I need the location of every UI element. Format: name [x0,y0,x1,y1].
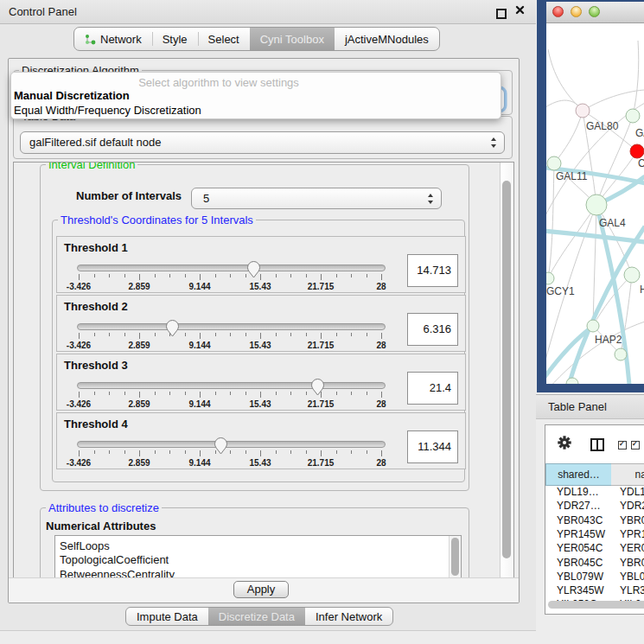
slider-tick-label: 9.144 [182,282,217,291]
slider-thumb[interactable] [214,437,228,455]
slider-track[interactable] [77,265,386,271]
close-icon[interactable] [515,4,525,17]
attribute-item-topologicalcoefficient[interactable]: TopologicalCoefficient [60,553,169,567]
table-cell-name[interactable]: YER0 [620,542,644,554]
network-node[interactable] [626,109,640,123]
popup-item-equal-width-frequency-discretization[interactable]: Equal Width/Frequency Discretization [14,104,201,117]
slider-track[interactable] [77,441,386,448]
slider-thumb[interactable] [310,378,325,396]
table-row[interactable]: YBL079WYBL0 [545,571,644,585]
table-cell-shared[interactable]: YLR345W [557,584,604,596]
table-cell-name[interactable]: YBR0 [620,557,644,569]
checkbox-icon[interactable] [631,441,640,450]
table-row[interactable]: YBR045CYBR0 [545,557,644,571]
table-row[interactable]: YDR27…YDR2 [545,500,644,514]
table-data-combo[interactable]: galFiltered.sif default node [20,131,505,154]
close-traffic-light[interactable] [552,6,564,17]
slider-tick [260,392,261,398]
attribute-item-selfloops[interactable]: SelfLoops [60,539,110,553]
slider-tick-label: 21.715 [303,341,338,350]
tab-style[interactable]: Style [152,28,198,50]
table-cell-name[interactable]: YBR0 [620,514,644,526]
network-node[interactable] [586,194,607,215]
table-header-name[interactable]: name [611,463,644,486]
slider-tick [79,274,80,280]
table-cell-name[interactable]: YBL0 [620,571,644,583]
network-node[interactable] [587,320,599,332]
network-node[interactable] [615,348,627,360]
table-cell-shared[interactable]: YDR27… [557,500,601,512]
table-row[interactable]: YLR345WYLR3 [545,584,644,599]
minimize-traffic-light[interactable] [571,6,582,17]
tab-network[interactable]: Network [74,28,152,50]
horizontal-scrollbar-thumb[interactable] [548,601,644,609]
network-tab-icon [85,34,96,45]
bottom-tab-impute-data[interactable]: Impute Data [126,608,208,625]
number-of-intervals-spinner[interactable]: 5 [191,188,442,209]
table-cell-shared[interactable]: YER054C [557,542,603,554]
threshold-label: Threshold 4 [64,418,128,430]
table-cell-name[interactable]: YLR3 [620,584,644,596]
slider-tick [139,450,140,456]
slider-tick [321,333,322,339]
tab-jactivemnodules[interactable]: jActiveMNodules [335,28,439,50]
network-node-label: GAL11 [556,170,588,182]
slider-tick [381,274,382,280]
table-row[interactable]: YPR145WYPR1 [545,528,644,543]
table-cell-name[interactable]: YDR2 [620,500,644,512]
table-cell-shared[interactable]: YBL079W [557,571,603,583]
columns-icon[interactable] [590,438,604,451]
network-node[interactable] [547,156,561,170]
threshold-value-box[interactable]: 21.4 [407,372,458,405]
table-cell-shared[interactable]: YDL19… [557,486,599,498]
vertical-scrollbar-thumb[interactable] [502,181,511,558]
float-window-icon[interactable] [496,9,507,19]
network-canvas[interactable]: GAL80GACGAL11GAL4GCY1HHAP2 [546,23,644,384]
tab-cyni-toolbox[interactable]: Cyni Toolbox [250,28,335,50]
slider-tick [367,274,367,277]
network-node[interactable] [546,272,554,284]
slider-track[interactable] [77,323,386,330]
table-cell-name[interactable]: YDL1 [620,486,644,498]
table-row[interactable]: YBR043CYBR0 [545,514,644,529]
threshold-value-box[interactable]: 6.316 [407,313,458,346]
horizontal-scrollbar[interactable] [545,600,644,609]
threshold-value-box[interactable]: 14.713 [407,254,458,287]
vertical-scrollbar[interactable] [500,163,513,578]
network-edge [554,111,583,163]
slider-tick [290,333,291,336]
table-row[interactable]: YDL19…YDL1 [545,486,644,501]
slider-track[interactable] [77,382,386,389]
right-pane: GAL80GACGAL11GAL4GCY1HHAP2 Table Panel s… [536,0,644,644]
table-cell-shared[interactable]: YBR043C [557,514,603,526]
network-node[interactable] [630,144,644,158]
slider-tick [139,392,140,398]
bottom-tab-discretize-data[interactable]: Discretize Data [208,608,305,625]
table-cell-shared[interactable]: YBR045C [557,557,603,569]
popup-item-manual-discretization[interactable]: Manual Discretization [14,89,130,102]
bottom-tab-infer-network[interactable]: Infer Network [305,608,392,625]
apply-button[interactable]: Apply [233,581,289,598]
table-cell-name[interactable]: YPR1 [620,528,644,540]
list-scrollbar-thumb[interactable] [451,538,459,576]
checkbox-icon[interactable] [618,441,627,450]
slider-tick-label: -3.426 [61,458,96,468]
table-cell-shared[interactable]: YPR145W [557,528,605,540]
table-header-shared[interactable]: shared… [545,463,612,486]
slider-tick [155,450,156,454]
tab-select[interactable]: Select [198,28,250,50]
gear-icon[interactable] [557,435,572,450]
slider-tick [200,392,201,398]
threshold-value-box[interactable]: 11.344 [407,430,458,463]
network-node[interactable] [624,267,640,283]
table-row[interactable]: YER054CYER0 [545,542,644,557]
zoom-traffic-light[interactable] [589,6,600,17]
table-panel: shared… name YDL19…YDL1YDR27…YDR2YBR043C… [545,424,644,615]
slider-thumb[interactable] [165,319,180,337]
network-node[interactable] [576,104,590,118]
slider-thumb[interactable] [246,260,261,278]
list-scrollbar[interactable] [449,536,461,579]
network-node[interactable] [566,378,578,384]
table-panel-title: Table Panel [548,400,607,413]
table-header: shared… name [545,463,644,485]
